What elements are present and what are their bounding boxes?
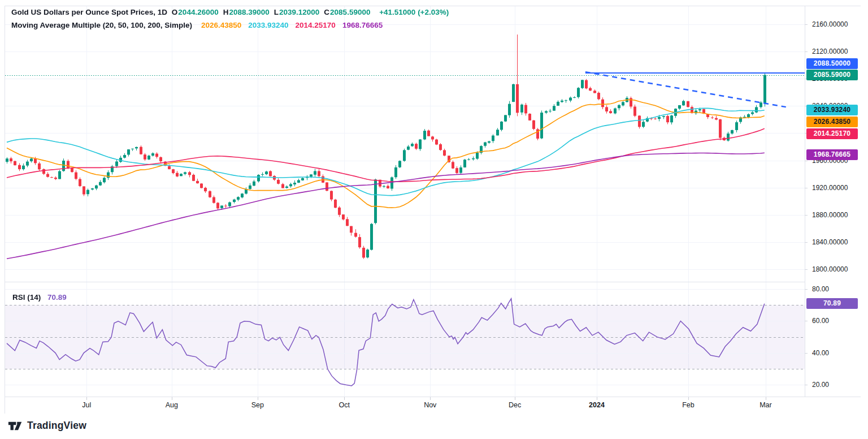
time-tick xyxy=(344,397,345,400)
axis-tick xyxy=(805,24,808,25)
ma-values: 2026.438502033.932402014.251701968.76665 xyxy=(197,21,385,29)
rsi-axis-label-40: 40.00 xyxy=(812,349,829,357)
time-label-Mar: Mar xyxy=(760,401,772,409)
ohlc-l: L2039.12000 xyxy=(274,8,322,16)
price-badge-2088.50000: 2088.50000 xyxy=(806,58,858,69)
ohlc-c: C2085.59000 xyxy=(324,8,372,16)
time-label-Feb: Feb xyxy=(682,401,695,409)
tradingview-logo[interactable]: TradingView xyxy=(8,420,86,432)
time-label-2024: 2024 xyxy=(589,401,605,409)
chart-canvas[interactable] xyxy=(5,6,805,397)
rsi-axis-label-60: 60.00 xyxy=(812,317,829,325)
time-tick xyxy=(766,397,766,400)
axis-tick xyxy=(805,188,808,188)
time-tick xyxy=(172,397,172,400)
time-tick xyxy=(597,397,597,400)
axis-tick xyxy=(805,385,808,385)
axis-tick xyxy=(805,51,808,52)
price-axis-label-1920: 1920.00000 xyxy=(812,184,848,192)
time-label-Jul: Jul xyxy=(82,401,91,409)
time-label-Oct: Oct xyxy=(339,401,350,409)
axis-tick xyxy=(805,161,808,161)
ma-legend: Moving Average Multiple (20, 50, 100, 20… xyxy=(11,21,387,29)
time-tick xyxy=(515,397,515,400)
ma-value-4: 1968.76665 xyxy=(342,21,383,29)
price-axis-label-2120: 2120.00000 xyxy=(812,48,848,55)
axis-tick xyxy=(805,269,808,270)
tradingview-chart-window: Gold US Dollars per Ounce Spot Prices, 1… xyxy=(0,0,868,439)
price-badge-2014.25170: 2014.25170 xyxy=(806,128,858,139)
price-axis-label-2160: 2160.00000 xyxy=(812,20,848,28)
time-tick xyxy=(688,397,689,400)
price-axis-label-1880: 1880.00000 xyxy=(812,211,848,219)
axis-tick xyxy=(805,289,808,290)
tradingview-logo-text: TradingView xyxy=(27,420,86,432)
symbol-legend: Gold US Dollars per Ounce Spot Prices, 1… xyxy=(11,8,451,16)
time-label-Nov: Nov xyxy=(424,401,436,409)
ohlc-readout: O2044.26000H2088.39000L2039.12000C2085.5… xyxy=(172,8,375,16)
tradingview-logo-icon xyxy=(8,421,23,431)
rsi-badge: 70.89 xyxy=(806,298,858,309)
price-badge-2085.59000: 2085.59000 xyxy=(806,70,858,80)
rsi-axis-label-20: 20.00 xyxy=(812,381,829,389)
price-badge-2026.43850: 2026.43850 xyxy=(806,117,858,127)
axis-tick xyxy=(805,353,808,354)
price-axis-label-1840: 1840.00000 xyxy=(812,238,848,246)
time-label-Dec: Dec xyxy=(509,401,521,409)
axis-tick xyxy=(805,215,808,216)
ma-title: Moving Average Multiple (20, 50, 100, 20… xyxy=(11,21,192,29)
rsi-legend: RSI (14) 70.89 xyxy=(12,293,67,302)
price-axis-label-1800: 1800.00000 xyxy=(812,265,848,273)
price-change: +41.51000 (+2.03%) xyxy=(379,8,449,16)
ma-value-2: 2033.93240 xyxy=(248,21,288,29)
rsi-title: RSI (14) xyxy=(12,293,41,302)
time-tick xyxy=(430,397,431,400)
ma-value-3: 2014.25170 xyxy=(296,21,336,29)
rsi-value: 70.89 xyxy=(47,293,67,302)
axis-tick xyxy=(805,242,808,243)
price-badge-1968.76665: 1968.76665 xyxy=(806,149,858,160)
time-tick xyxy=(86,397,87,400)
ohlc-h: H2088.39000 xyxy=(223,8,272,16)
time-tick xyxy=(258,397,258,400)
symbol-title: Gold US Dollars per Ounce Spot Prices, 1… xyxy=(11,8,167,16)
axis-tick xyxy=(805,321,808,321)
price-badge-2033.93240: 2033.93240 xyxy=(806,105,858,115)
rsi-axis-label-80: 80.00 xyxy=(812,285,829,293)
ma-value-1: 2026.43850 xyxy=(201,21,241,29)
time-label-Aug: Aug xyxy=(166,401,178,409)
ohlc-o: O2044.26000 xyxy=(172,8,221,16)
time-label-Sep: Sep xyxy=(251,401,264,409)
